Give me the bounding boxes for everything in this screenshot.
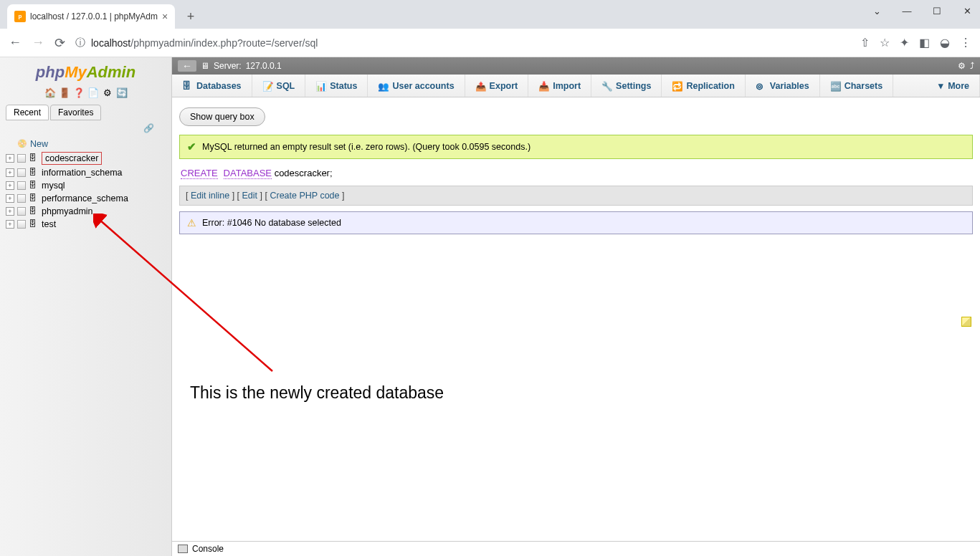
- show-query-box-button[interactable]: Show query box: [179, 107, 265, 126]
- warning-icon: ⚠: [187, 217, 196, 229]
- tab-databases[interactable]: 🗄Databases: [172, 75, 252, 97]
- close-window-button[interactable]: ✕: [958, 6, 976, 16]
- tab-variables[interactable]: ⊚Variables: [746, 75, 820, 97]
- browser-right-icons: ⇧ ☆ ✦ ◧ ◒ ⋮: [860, 36, 971, 49]
- warning-text: Error: #1046 No database selected: [202, 218, 341, 228]
- tab-sql[interactable]: 📝SQL: [252, 75, 306, 97]
- sidepanel-icon[interactable]: ◧: [919, 36, 930, 49]
- database-icon: 🗄: [29, 153, 39, 163]
- tab-charsets[interactable]: 🔤Charsets: [820, 75, 894, 97]
- extensions-icon[interactable]: ✦: [900, 36, 909, 49]
- link-icon[interactable]: 🔗: [0, 120, 171, 135]
- logo-admin: Admin: [87, 63, 135, 81]
- tree-db-performance-schema[interactable]: +🗄 performance_schema: [6, 192, 166, 205]
- tree-link-icon: [17, 194, 26, 203]
- expand-icon[interactable]: +: [6, 220, 14, 229]
- db-name: codescracker: [42, 152, 102, 165]
- create-php-link[interactable]: Create PHP code: [270, 191, 339, 201]
- sidebar: phpMyAdmin 🏠 🚪 ❓ 📄 ⚙ 🔄 Recent Favorites …: [0, 57, 172, 556]
- query-actions: [ Edit inline ] [ Edit ] [ Create PHP co…: [179, 186, 973, 206]
- url-input[interactable]: ⓘ localhost/phpmyadmin/index.php?route=/…: [75, 37, 850, 49]
- variables-icon: ⊚: [756, 81, 766, 91]
- tab-settings[interactable]: 🔧Settings: [591, 75, 662, 97]
- sql-tab-icon: 📝: [262, 81, 272, 91]
- reload-nav-icon[interactable]: 🔄: [116, 87, 128, 99]
- docs-icon[interactable]: ❓: [73, 87, 85, 99]
- tab-export[interactable]: 📤Export: [465, 75, 529, 97]
- maximize-button[interactable]: ☐: [928, 6, 946, 16]
- database-icon: 🗄: [29, 181, 39, 191]
- settings-icon[interactable]: ⚙: [102, 87, 113, 99]
- tab-recent[interactable]: Recent: [6, 105, 49, 120]
- nav-tree: 📀 New +🗄 codescracker +🗄 information_sch…: [0, 135, 171, 234]
- browser-tab[interactable]: p localhost / 127.0.0.1 | phpMyAdm ×: [7, 4, 175, 29]
- back-button[interactable]: ←: [9, 35, 22, 50]
- warning-message: ⚠ Error: #1046 No database selected: [179, 211, 973, 234]
- edit-link[interactable]: Edit: [242, 191, 258, 201]
- tab-title: localhost / 127.0.0.1 | phpMyAdm: [30, 11, 158, 21]
- logout-icon[interactable]: 🚪: [59, 87, 70, 99]
- console-icon: [178, 545, 188, 553]
- logo[interactable]: phpMyAdmin: [0, 57, 171, 85]
- menu-icon[interactable]: ⋮: [960, 36, 971, 49]
- annotation-text: This is the newly created database: [190, 383, 444, 403]
- collapse-nav-button[interactable]: ←: [178, 60, 196, 72]
- minimize-button[interactable]: —: [898, 6, 915, 16]
- tree-db-mysql[interactable]: +🗄 mysql: [6, 179, 166, 192]
- content-area: Show query box ✔ MySQL returned an empty…: [172, 97, 980, 556]
- tab-close-button[interactable]: ×: [162, 11, 168, 22]
- home-icon[interactable]: 🏠: [44, 87, 56, 99]
- tree-db-information-schema[interactable]: +🗄 information_schema: [6, 166, 166, 179]
- forward-button[interactable]: →: [32, 35, 44, 50]
- new-db-icon: 📀: [17, 139, 27, 149]
- bookmark-icon[interactable]: ☆: [880, 36, 890, 49]
- expand-icon[interactable]: +: [6, 168, 14, 177]
- tab-more[interactable]: ▾More: [928, 75, 980, 97]
- tab-import[interactable]: 📥Import: [528, 75, 591, 97]
- logo-php: php: [36, 63, 65, 81]
- main-panel: ← 🖥 Server: 127.0.0.1 ⚙ ⤴ 🗄Databases 📝SQ…: [172, 57, 980, 556]
- tree-db-test[interactable]: +🗄 test: [6, 218, 166, 231]
- expand-icon[interactable]: +: [6, 194, 14, 203]
- success-text: MySQL returned an empty result set (i.e.…: [202, 142, 531, 152]
- new-label: New: [30, 139, 48, 149]
- tree-new-database[interactable]: 📀 New: [6, 138, 166, 150]
- expand-icon[interactable]: +: [6, 181, 14, 190]
- tree-db-phpmyadmin[interactable]: +🗄 phpmyadmin: [6, 205, 166, 218]
- edit-inline-link[interactable]: Edit inline: [191, 191, 229, 201]
- chevron-down-icon[interactable]: ⌄: [868, 6, 885, 16]
- info-icon: ⓘ: [75, 37, 85, 49]
- database-icon: 🗄: [29, 206, 39, 216]
- tab-replication[interactable]: 🔁Replication: [662, 75, 745, 97]
- tab-favorites[interactable]: Favorites: [50, 105, 101, 120]
- tab-user-accounts[interactable]: 👥User accounts: [368, 75, 465, 97]
- export-icon: 📤: [475, 81, 485, 91]
- reload-button[interactable]: ⟳: [54, 35, 65, 51]
- page-settings-icon[interactable]: ⚙: [958, 61, 966, 71]
- wrench-icon: 🔧: [601, 81, 612, 91]
- sql-icon[interactable]: 📄: [87, 87, 99, 99]
- note-corner-icon[interactable]: [961, 317, 971, 327]
- tree-link-icon: [17, 207, 26, 216]
- replication-icon: 🔁: [672, 81, 682, 91]
- address-bar: ← → ⟳ ⓘ localhost/phpmyadmin/index.php?r…: [0, 29, 980, 57]
- expand-icon[interactable]: +: [6, 154, 14, 163]
- expand-icon[interactable]: +: [6, 207, 14, 216]
- tree-link-icon: [17, 168, 26, 177]
- profile-icon[interactable]: ◒: [940, 36, 950, 49]
- tab-strip: p localhost / 127.0.0.1 | phpMyAdm × +: [0, 0, 980, 29]
- new-tab-button[interactable]: +: [181, 6, 201, 27]
- tree-db-codescracker[interactable]: +🗄 codescracker: [6, 150, 166, 166]
- page-help-icon[interactable]: ⤴: [970, 61, 974, 71]
- charsets-icon: 🔤: [830, 81, 840, 91]
- breadcrumb: ← 🖥 Server: 127.0.0.1 ⚙ ⤴: [172, 57, 980, 75]
- server-value[interactable]: 127.0.0.1: [246, 61, 282, 71]
- tab-status[interactable]: 📊Status: [305, 75, 368, 97]
- browser-chrome: ⌄ — ☐ ✕ p localhost / 127.0.0.1 | phpMyA…: [0, 0, 980, 57]
- server-icon: 🖥: [201, 61, 209, 71]
- share-icon[interactable]: ⇧: [860, 36, 870, 49]
- console-bar[interactable]: Console: [172, 541, 980, 556]
- db-name: information_schema: [42, 168, 123, 178]
- sql-keyword: DATABASE: [224, 168, 272, 179]
- import-icon: 📥: [538, 81, 548, 91]
